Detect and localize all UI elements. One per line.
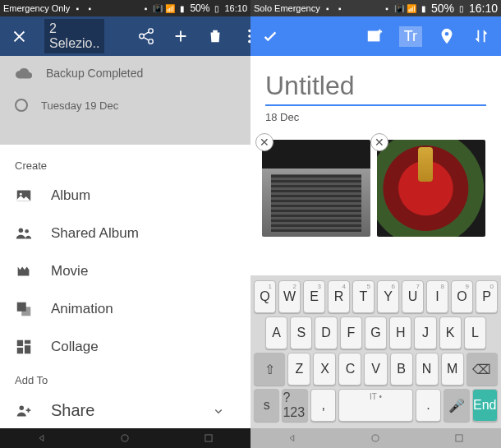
svg-point-15 xyxy=(122,435,128,441)
svg-point-6 xyxy=(25,229,29,233)
svg-rect-12 xyxy=(17,348,23,353)
key-t[interactable]: T5 xyxy=(352,280,375,313)
key-d[interactable]: D xyxy=(315,316,337,349)
nav-home[interactable] xyxy=(368,431,383,446)
svg-rect-11 xyxy=(25,345,30,353)
key-backspace[interactable]: ⌫ xyxy=(467,353,498,386)
key-p[interactable]: P0 xyxy=(476,280,498,313)
add-image-icon[interactable] xyxy=(365,26,384,46)
menu-item-album[interactable]: Album xyxy=(0,177,250,215)
remove-photo-icon[interactable]: ✕ xyxy=(370,133,388,151)
title-input[interactable] xyxy=(265,71,486,106)
svg-rect-16 xyxy=(205,435,212,441)
signal-icon: ▮ xyxy=(177,3,187,13)
svg-rect-10 xyxy=(25,340,30,344)
key-n[interactable]: N xyxy=(416,353,439,386)
key-swipe[interactable]: s xyxy=(254,389,279,422)
key-end[interactable]: End xyxy=(472,389,498,422)
bottom-sheet: Create Album Shared Album Movie Animatio… xyxy=(0,145,250,448)
key-m[interactable]: M xyxy=(441,353,464,386)
key-b[interactable]: B xyxy=(390,353,413,386)
soft-keyboard: Q1 W2 E3 R4 T5 Y6 U7 I8 O9 P0 A S D F G … xyxy=(250,275,501,428)
app-icon: ▪ xyxy=(85,3,94,13)
key-g[interactable]: G xyxy=(365,316,387,349)
menu-label: Shared Album xyxy=(51,225,139,242)
key-i[interactable]: I8 xyxy=(426,280,448,313)
menu-item-share[interactable]: Share xyxy=(0,391,250,430)
remove-photo-icon[interactable]: ✕ xyxy=(255,133,273,151)
nav-bar xyxy=(250,428,501,448)
photo-thumb-flowers[interactable]: ✕ xyxy=(377,140,485,237)
status-bar: Emergency Only ▪ ▪ ▪ 📳 📶 ▮ 50% ▯ 16:10 xyxy=(0,0,250,16)
key-a[interactable]: A xyxy=(265,316,287,349)
key-mic[interactable]: 🎤 xyxy=(444,389,469,422)
key-symbols[interactable]: ?123 xyxy=(282,389,307,422)
menu-item-animation[interactable]: Animation xyxy=(0,290,250,328)
svg-point-4 xyxy=(20,193,22,196)
key-j[interactable]: J xyxy=(414,316,436,349)
action-bar: Tr xyxy=(250,16,501,56)
image-icon xyxy=(15,187,33,205)
nav-recent[interactable] xyxy=(452,431,467,446)
kb-row-3: ⇧ Z X C V B N M ⌫ xyxy=(254,353,498,386)
nfc-icon: ▪ xyxy=(382,3,392,13)
svg-rect-20 xyxy=(456,435,462,441)
clock-text: 16:10 xyxy=(224,3,247,13)
key-q[interactable]: Q1 xyxy=(254,280,276,313)
status-bar: Solo Emergency ▪ ▪ ▪ 📳 📶 ▮ 50% ▯ 16:10 xyxy=(250,0,501,16)
share-icon[interactable] xyxy=(137,26,155,46)
vibrate-icon: 📳 xyxy=(153,3,163,13)
key-w[interactable]: W2 xyxy=(278,280,301,313)
key-z[interactable]: Z xyxy=(287,353,310,386)
text-tool-button[interactable]: Tr xyxy=(399,26,422,47)
editor-area: 18 Dec xyxy=(250,56,501,132)
nav-back[interactable] xyxy=(285,431,300,446)
collage-icon xyxy=(15,338,33,356)
key-comma[interactable]: , xyxy=(310,389,336,422)
svg-point-19 xyxy=(372,435,379,441)
key-o[interactable]: O9 xyxy=(451,280,473,313)
key-h[interactable]: H xyxy=(389,316,411,349)
battery-icon: ▯ xyxy=(457,3,467,13)
key-l[interactable]: L xyxy=(464,316,486,349)
key-space[interactable]: IT • xyxy=(338,389,412,422)
key-c[interactable]: C xyxy=(338,353,361,386)
close-icon[interactable] xyxy=(10,26,28,46)
selection-count: 2 Selezio.. xyxy=(44,19,104,53)
people-icon xyxy=(15,224,33,242)
sort-icon[interactable] xyxy=(471,26,491,46)
album-date: 18 Dec xyxy=(265,111,486,123)
trash-icon[interactable] xyxy=(206,26,224,46)
key-s[interactable]: S xyxy=(290,316,312,349)
key-x[interactable]: X xyxy=(313,353,336,386)
key-r[interactable]: R4 xyxy=(328,280,350,313)
add-to-section-label: Add To xyxy=(0,366,250,391)
key-period[interactable]: . xyxy=(416,389,441,422)
key-k[interactable]: K xyxy=(439,316,462,349)
menu-item-movie[interactable]: Movie xyxy=(0,252,250,290)
key-shift[interactable]: ⇧ xyxy=(254,353,285,386)
photo-thumb-laptop[interactable]: ✕ xyxy=(262,140,370,237)
nav-recent[interactable] xyxy=(201,431,216,446)
menu-label: Album xyxy=(51,187,90,204)
add-icon[interactable] xyxy=(172,26,190,46)
key-u[interactable]: U7 xyxy=(402,280,424,313)
radio-icon[interactable] xyxy=(15,99,28,112)
svg-rect-9 xyxy=(17,340,23,346)
menu-item-collage[interactable]: Collage xyxy=(0,328,250,366)
signal-icon: ▮ xyxy=(419,3,429,13)
nav-home[interactable] xyxy=(117,431,132,446)
photo-thumbnails: ✕ ✕ xyxy=(250,132,501,245)
carrier-text: Solo Emergency xyxy=(254,3,320,13)
menu-label: Share xyxy=(51,401,94,420)
kb-row-2: A S D F G H J K L xyxy=(254,316,498,349)
key-v[interactable]: V xyxy=(364,353,387,386)
key-e[interactable]: E3 xyxy=(303,280,325,313)
check-icon[interactable] xyxy=(260,26,280,46)
app-icon: ▪ xyxy=(72,3,82,13)
key-y[interactable]: Y6 xyxy=(377,280,399,313)
menu-item-shared-album[interactable]: Shared Album xyxy=(0,215,250,252)
key-f[interactable]: F xyxy=(340,316,362,349)
nav-back[interactable] xyxy=(34,431,49,446)
location-icon[interactable] xyxy=(437,26,457,46)
